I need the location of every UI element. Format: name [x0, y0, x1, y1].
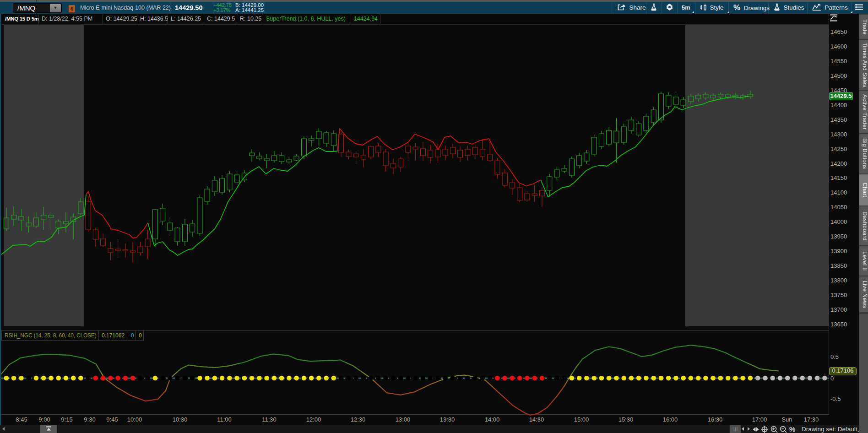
svg-text:%: % — [789, 425, 795, 433]
